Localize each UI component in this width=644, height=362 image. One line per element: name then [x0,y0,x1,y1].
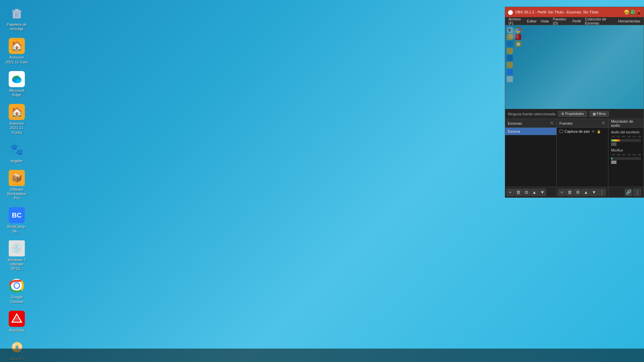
icon-label-chrome: Google Chrome [5,295,29,304]
icon-bootcamp[interactable]: BC BootCamp-04-... [3,205,30,235]
obs-scene-remove-btn[interactable]: 🗑 [515,189,522,196]
obs-menu-herramientas[interactable]: Herramientas [616,18,642,24]
mixer-desktop-label: Audio del escritorio [611,130,641,134]
obs-menu-vista[interactable]: Vista [539,18,551,24]
vmware-image: 📦 [9,170,25,186]
obs-mixer-more-btn[interactable]: ⋮ [634,189,641,196]
obs-panels-row: Escenas ⇱ Escena + 🗑 ⧉ ▲ ▼ Fuentes [505,119,644,197]
icon-label-ms-edge: Microsoft Edge [5,88,29,97]
obs-scenes-content: Escena [505,128,556,187]
obs-no-source-text: Ninguna fuente seleccionada [508,112,555,116]
obs-scenes-panel: Escenas ⇱ Escena + 🗑 ⧉ ▲ ▼ [505,119,557,197]
obs-menu-coleccion[interactable]: Colección de Escenas [583,16,616,26]
mixer-mic-bar-labels: -40-45-60-45-40-35 [611,153,641,156]
obs-menu-archivo[interactable]: Archivo (F) [506,16,525,26]
ms-edge-image [9,71,25,87]
obs-filters-label: Filtros [597,112,606,116]
autocom-trucks-image: 🏠 [9,104,25,120]
mixer-mic-level [611,158,612,160]
windows7-image: 💿 [9,240,25,256]
obs-mixer-title: Mezclador de audio [611,119,641,127]
svg-point-7 [16,79,21,83]
svg-rect-2 [12,10,21,11]
desktop-icon-grid: Papelera de reciclaje 🏠 Autocom2021.11 C… [0,0,34,362]
icon-autocom-trucks[interactable]: 🏠 Autocom2021.11 Trucks [3,102,30,136]
mixer-track-mic: Mic/Aux -40-45-60-45-40-35 [608,147,644,165]
icon-brigdier[interactable]: 🐾 brigdier [3,140,30,165]
obs-scene-down-btn[interactable]: ▼ [539,189,546,196]
obs-title-area: ⬤ OBS 30.1.2 - Perfil: Sin Título - Esce… [508,9,598,15]
obs-minimize-btn[interactable]: ─ [624,10,629,14]
obs-source-up-btn[interactable]: ▲ [582,189,590,196]
icon-recycle-bin[interactable]: Papelera de reciclaje [3,3,30,33]
bootcamp-image: BC [9,207,25,223]
icon-label-windows7: Windows 7Ultimate SP13... [5,258,29,271]
recycle-bin-image [9,5,25,21]
obs-menu-perfil[interactable]: Perfil [571,18,583,24]
icon-label-bootcamp: BootCamp-04-... [5,225,29,233]
icon-vmware[interactable]: 📦 VMwareWorkstation Pro [3,168,30,202]
obs-source-add-btn[interactable]: + [558,189,566,196]
icon-chrome[interactable]: Google Chrome [3,276,30,305]
obs-maximize-btn[interactable]: □ [630,10,635,14]
taskbar [0,349,644,362]
mixer-desktop-bar-labels: -40-35-60-45-40-35 [611,135,641,138]
obs-sources-content: Captura de pan 👁 🔒 [557,128,608,187]
gear-icon: ⚙ [561,112,564,116]
icon-label-vmware: VMwareWorkstation Pro [5,187,29,201]
obs-sources-footer: + 🗑 ⚙ ▲ ▼ ⋮ [557,187,608,197]
obs-properties-label: Propiedades [565,112,584,116]
obs-scenes-header: Escenas ⇱ [505,119,556,128]
anydesk-image [9,311,25,327]
obs-menu-paneles[interactable]: Paneles (D) [551,16,571,26]
obs-mixer-content: Audio del escritorio -40-35-60-45-40-35 [608,128,644,187]
obs-menubar: Archivo (F) Editar Vista Paneles (D) Per… [505,17,644,25]
obs-source-captura[interactable]: Captura de pan 👁 🔒 [557,128,608,135]
obs-mixer-link-btn[interactable]: 🔗 [625,189,632,196]
obs-scene-up-btn[interactable]: ▲ [531,189,538,196]
icon-ms-edge[interactable]: Microsoft Edge [3,69,30,99]
obs-preview-desktop: 🗑 💿 [505,25,644,109]
obs-close-btn[interactable]: ✕ [636,10,641,14]
icon-label-recycle-bin: Papelera de reciclaje [5,22,29,31]
brigdier-image: 🐾 [9,141,25,158]
obs-scenes-expand-icon[interactable]: ⇱ [550,121,554,126]
obs-sources-expand-icon[interactable]: ⇱ [602,121,605,126]
autocom-cars-image: 🏠 [9,38,25,54]
desktop: Papelera de reciclaje 🏠 Autocom2021.11 C… [0,0,644,362]
obs-source-settings-btn[interactable]: ⚙ [574,189,582,196]
obs-mixer-header: Mezclador de audio [608,119,644,128]
icon-label-autocom-trucks: Autocom2021.11 Trucks [5,121,29,135]
obs-scene-copy-btn[interactable]: ⧉ [523,189,530,196]
obs-source-remove-btn[interactable]: 🗑 [566,189,574,196]
obs-scene-add-btn[interactable]: + [506,189,514,196]
obs-source-panel: Ninguna fuente seleccionada ⚙ Propiedade… [505,109,644,119]
obs-source-label: Captura de pan [565,129,590,133]
obs-mixer-mic-mute-btn[interactable] [611,161,616,164]
obs-scenes-title: Escenas [508,121,522,125]
obs-mixer-desktop-mute-btn[interactable] [611,142,616,146]
icon-label-anydesk: AnyDesk [9,328,24,333]
obs-window-controls: ─ □ ✕ [624,10,641,14]
icon-anydesk[interactable]: AnyDesk [3,309,30,334]
icon-windows7[interactable]: 💿 Windows 7Ultimate SP13... [3,239,30,273]
obs-source-down-btn[interactable]: ▼ [590,189,598,196]
icon-autocom-cars[interactable]: 🏠 Autocom2021.11 Cars [3,36,30,66]
obs-properties-btn[interactable]: ⚙ Propiedades [558,111,587,117]
obs-preview-inner: 🗑 💿 [505,25,644,109]
obs-sources-panel: Fuentes ⇱ Captura de pan 👁 🔒 + 🗑 ⚙ ▲ [557,119,608,197]
mixer-mic-label: Mic/Aux [611,148,641,152]
chrome-image [9,278,25,294]
obs-source-eye-icon[interactable]: 👁 [592,130,595,133]
svg-point-11 [14,283,19,288]
obs-preview: 🗑 💿 [505,25,644,109]
obs-menu-editar[interactable]: Editar [525,18,539,24]
obs-source-more-btn[interactable]: ⋮ [598,189,606,196]
obs-source-checkbox[interactable] [559,130,563,133]
obs-source-lock-icon[interactable]: 🔒 [597,130,601,133]
mixer-track-desktop: Audio del escritorio -40-35-60-45-40-35 [608,129,644,147]
obs-logo-icon: ⬤ [508,9,513,15]
obs-scene-escena[interactable]: Escena [505,128,556,135]
obs-filters-btn[interactable]: ▦ Filtros [590,111,609,117]
obs-mixer-panel: Mezclador de audio Audio del escritorio … [608,119,644,197]
